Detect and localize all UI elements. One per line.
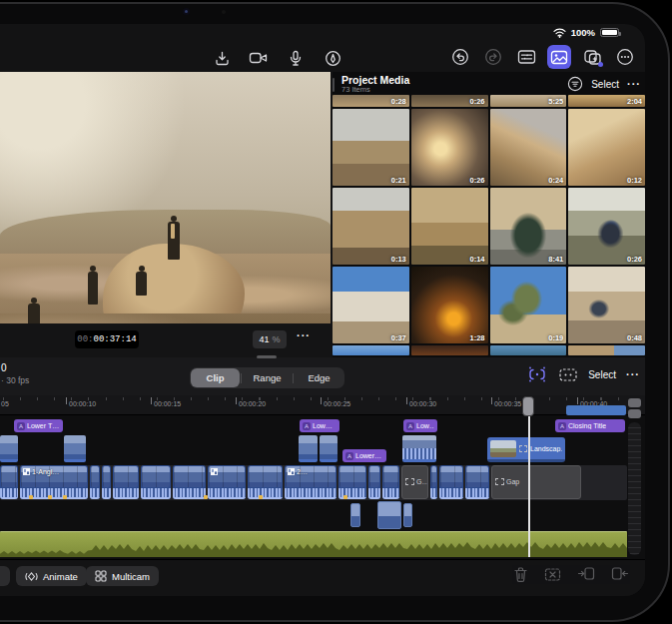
clip-marker[interactable] bbox=[63, 495, 67, 499]
media-select-button[interactable]: Select bbox=[591, 79, 619, 90]
timeline-scroll-handle-bottom[interactable] bbox=[628, 409, 641, 418]
media-more-button[interactable]: ··· bbox=[627, 78, 641, 90]
title-clip[interactable]: AClosing Title bbox=[555, 419, 625, 432]
camera-button[interactable] bbox=[247, 46, 271, 70]
clip-marker[interactable] bbox=[259, 495, 263, 499]
undo-button[interactable] bbox=[448, 45, 472, 69]
video-clip[interactable] bbox=[382, 465, 399, 499]
media-thumbnail[interactable]: 0:26 bbox=[568, 188, 645, 265]
video-clip[interactable] bbox=[0, 465, 18, 499]
pencil-button[interactable] bbox=[321, 46, 344, 70]
title-clip[interactable]: ALower… bbox=[342, 449, 386, 462]
connected-clip-bar[interactable] bbox=[566, 405, 626, 415]
media-thumbnail[interactable]: 0:48 bbox=[568, 267, 645, 343]
camera-icon bbox=[249, 50, 269, 66]
mic-button[interactable] bbox=[284, 46, 308, 70]
video-clip[interactable] bbox=[102, 465, 111, 499]
video-clip[interactable] bbox=[173, 465, 206, 499]
viewer-zoom-control[interactable]: 41% bbox=[253, 330, 287, 348]
tool-range[interactable]: Range bbox=[243, 368, 292, 387]
connected-clip[interactable] bbox=[64, 435, 86, 462]
multicam-button[interactable]: Multicam bbox=[86, 566, 159, 586]
clip-marker[interactable] bbox=[29, 495, 33, 499]
timecode-display[interactable]: 00:00:37:14 bbox=[75, 330, 139, 348]
media-thumbnail[interactable]: 0:26 bbox=[411, 95, 488, 107]
connected-clip-below[interactable] bbox=[377, 501, 401, 529]
zoom-unit: % bbox=[273, 334, 281, 344]
media-thumbnail[interactable] bbox=[411, 345, 488, 355]
video-clip[interactable] bbox=[113, 465, 139, 499]
connected-clip[interactable] bbox=[299, 435, 318, 462]
snapping-icon[interactable] bbox=[526, 365, 548, 383]
title-clip[interactable]: ALow… bbox=[300, 419, 339, 432]
trash-icon[interactable] bbox=[513, 566, 528, 583]
panel-resize-handle[interactable] bbox=[333, 78, 335, 92]
timeline-more-button[interactable]: ··· bbox=[626, 368, 640, 380]
media-thumbnail[interactable] bbox=[568, 345, 645, 355]
clip-overview-icon[interactable] bbox=[558, 366, 578, 383]
video-clip[interactable] bbox=[465, 465, 489, 499]
timeline-scrollbar[interactable] bbox=[628, 422, 641, 555]
video-clip[interactable] bbox=[430, 465, 437, 499]
append-icon[interactable] bbox=[611, 566, 629, 581]
media-thumbnail[interactable]: 1:28 bbox=[411, 267, 488, 343]
video-clip[interactable] bbox=[338, 465, 366, 499]
import-button[interactable] bbox=[210, 46, 234, 70]
connected-landscape-clip[interactable]: Landscap… bbox=[487, 437, 565, 462]
clip-marker[interactable] bbox=[204, 495, 208, 499]
viewer-more-button[interactable]: ··· bbox=[297, 329, 311, 341]
gap-clip[interactable]: G… bbox=[401, 465, 428, 499]
cutoff-button[interactable] bbox=[0, 566, 10, 586]
timeline-scroll-handle-top[interactable] bbox=[628, 398, 641, 407]
media-browser-button[interactable] bbox=[547, 45, 571, 69]
video-clip[interactable] bbox=[208, 465, 246, 499]
video-clip[interactable]: 1-Angl… bbox=[20, 465, 88, 499]
connected-clip-below[interactable] bbox=[403, 503, 412, 527]
media-thumbnail[interactable]: 0:19 bbox=[490, 267, 567, 343]
media-thumbnail[interactable]: 0:37 bbox=[333, 267, 409, 343]
clip-marker[interactable] bbox=[48, 495, 52, 499]
title-clip[interactable]: ALower T… bbox=[14, 419, 63, 432]
overwrite-icon[interactable] bbox=[577, 566, 595, 581]
connected-clip-below[interactable] bbox=[350, 503, 360, 527]
timeline-resize-handle[interactable] bbox=[257, 355, 277, 358]
blade-icon[interactable] bbox=[544, 566, 561, 583]
media-thumbnail[interactable]: 0:24 bbox=[490, 109, 567, 186]
media-thumbnail[interactable]: 0:14 bbox=[411, 188, 488, 265]
media-thumbnail[interactable]: 0:26 bbox=[411, 109, 488, 186]
more-button[interactable] bbox=[613, 45, 637, 69]
filter-icon[interactable] bbox=[567, 76, 583, 92]
tool-clip[interactable]: Clip bbox=[191, 368, 240, 387]
connected-clip[interactable] bbox=[320, 435, 337, 462]
ambient-sensor bbox=[222, 10, 226, 14]
media-thumbnail[interactable] bbox=[490, 345, 567, 355]
media-thumbnail[interactable]: 2:04 bbox=[568, 95, 645, 107]
inspector-button[interactable] bbox=[514, 45, 538, 69]
video-clip[interactable]: 2… bbox=[285, 465, 336, 499]
media-thumbnail[interactable]: 0:13 bbox=[333, 188, 409, 265]
animate-button[interactable]: Animate bbox=[16, 566, 87, 586]
media-thumbnail[interactable]: 5:25 bbox=[490, 95, 567, 107]
media-thumbnail[interactable]: 0:21 bbox=[333, 109, 409, 186]
connected-clip[interactable] bbox=[0, 435, 18, 462]
gap-clip[interactable]: Gap bbox=[491, 465, 581, 499]
playhead-line[interactable] bbox=[528, 414, 530, 557]
effects-button[interactable] bbox=[580, 45, 604, 69]
media-thumbnail[interactable]: 8:41 bbox=[490, 188, 567, 265]
redo-button[interactable] bbox=[481, 45, 505, 69]
music-track[interactable] bbox=[0, 531, 627, 557]
video-clip[interactable] bbox=[439, 465, 463, 499]
media-thumbnail[interactable]: 0:28 bbox=[333, 95, 409, 107]
video-clip[interactable] bbox=[141, 465, 171, 499]
connected-clip[interactable] bbox=[402, 435, 436, 462]
timeline-select-button[interactable]: Select bbox=[588, 369, 616, 380]
clip-marker[interactable] bbox=[343, 495, 347, 499]
playhead-handle[interactable] bbox=[522, 396, 534, 416]
media-thumbnail[interactable] bbox=[333, 345, 409, 355]
video-clip[interactable] bbox=[90, 465, 100, 499]
media-thumbnail[interactable]: 0:12 bbox=[568, 109, 645, 186]
title-clip[interactable]: ALow… bbox=[403, 419, 437, 432]
video-clip[interactable] bbox=[368, 465, 380, 499]
video-clip[interactable] bbox=[248, 465, 283, 499]
tool-edge[interactable]: Edge bbox=[295, 368, 343, 387]
